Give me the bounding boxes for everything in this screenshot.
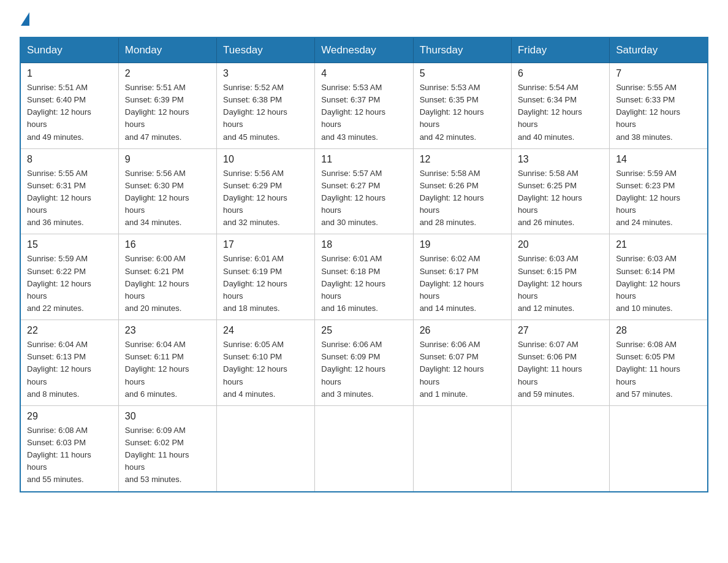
calendar-cell: 13Sunrise: 5:58 AMSunset: 6:25 PMDayligh… xyxy=(511,148,609,234)
calendar-cell: 5Sunrise: 5:53 AMSunset: 6:35 PMDaylight… xyxy=(413,63,511,149)
day-info: Sunrise: 5:58 AMSunset: 6:25 PMDaylight:… xyxy=(518,167,603,229)
day-info: Sunrise: 6:02 AMSunset: 6:17 PMDaylight:… xyxy=(420,253,505,315)
day-info: Sunrise: 5:56 AMSunset: 6:30 PMDaylight:… xyxy=(125,167,210,229)
calendar-week-2: 8Sunrise: 5:55 AMSunset: 6:31 PMDaylight… xyxy=(20,148,708,234)
day-number: 6 xyxy=(518,68,603,79)
weekday-header-thursday: Thursday xyxy=(413,37,511,63)
day-info: Sunrise: 6:08 AMSunset: 6:03 PMDaylight:… xyxy=(27,424,112,486)
calendar-cell: 8Sunrise: 5:55 AMSunset: 6:31 PMDaylight… xyxy=(20,148,118,234)
day-info: Sunrise: 6:01 AMSunset: 6:18 PMDaylight:… xyxy=(321,253,406,315)
day-number: 17 xyxy=(223,239,308,250)
day-info: Sunrise: 5:53 AMSunset: 6:35 PMDaylight:… xyxy=(420,82,505,144)
calendar-week-3: 15Sunrise: 5:59 AMSunset: 6:22 PMDayligh… xyxy=(20,234,708,320)
calendar-cell: 2Sunrise: 5:51 AMSunset: 6:39 PMDaylight… xyxy=(118,63,216,149)
calendar-cell xyxy=(315,405,413,491)
logo xyxy=(20,15,29,25)
day-number: 5 xyxy=(420,68,505,79)
day-info: Sunrise: 6:07 AMSunset: 6:06 PMDaylight:… xyxy=(518,339,603,400)
calendar-cell: 7Sunrise: 5:55 AMSunset: 6:33 PMDaylight… xyxy=(610,63,708,149)
day-info: Sunrise: 6:03 AMSunset: 6:14 PMDaylight:… xyxy=(616,253,701,315)
weekday-header-saturday: Saturday xyxy=(610,37,708,63)
day-number: 23 xyxy=(125,325,210,336)
day-info: Sunrise: 6:06 AMSunset: 6:09 PMDaylight:… xyxy=(321,339,406,400)
calendar-cell: 9Sunrise: 5:56 AMSunset: 6:30 PMDaylight… xyxy=(118,148,216,234)
calendar-cell xyxy=(413,405,511,491)
weekday-header-tuesday: Tuesday xyxy=(217,37,315,63)
day-number: 1 xyxy=(27,68,112,79)
day-number: 18 xyxy=(321,239,406,250)
calendar-cell: 30Sunrise: 6:09 AMSunset: 6:02 PMDayligh… xyxy=(118,405,216,491)
day-number: 10 xyxy=(223,154,308,165)
weekday-header-row: SundayMondayTuesdayWednesdayThursdayFrid… xyxy=(20,37,708,63)
calendar-cell: 18Sunrise: 6:01 AMSunset: 6:18 PMDayligh… xyxy=(315,234,413,320)
calendar-week-1: 1Sunrise: 5:51 AMSunset: 6:40 PMDaylight… xyxy=(20,63,708,149)
calendar-cell: 10Sunrise: 5:56 AMSunset: 6:29 PMDayligh… xyxy=(217,148,315,234)
day-info: Sunrise: 5:51 AMSunset: 6:40 PMDaylight:… xyxy=(27,82,112,144)
day-info: Sunrise: 5:55 AMSunset: 6:31 PMDaylight:… xyxy=(27,167,112,229)
weekday-header-monday: Monday xyxy=(118,37,216,63)
day-info: Sunrise: 6:06 AMSunset: 6:07 PMDaylight:… xyxy=(420,339,505,400)
day-number: 26 xyxy=(420,325,505,336)
day-info: Sunrise: 6:08 AMSunset: 6:05 PMDaylight:… xyxy=(616,339,701,400)
day-number: 27 xyxy=(518,325,603,336)
day-info: Sunrise: 6:00 AMSunset: 6:21 PMDaylight:… xyxy=(125,253,210,315)
calendar-cell: 22Sunrise: 6:04 AMSunset: 6:13 PMDayligh… xyxy=(20,320,118,406)
day-number: 15 xyxy=(27,239,112,250)
day-info: Sunrise: 6:09 AMSunset: 6:02 PMDaylight:… xyxy=(125,424,210,486)
calendar-cell: 25Sunrise: 6:06 AMSunset: 6:09 PMDayligh… xyxy=(315,320,413,406)
day-info: Sunrise: 5:59 AMSunset: 6:22 PMDaylight:… xyxy=(27,253,112,315)
calendar-cell: 20Sunrise: 6:03 AMSunset: 6:15 PMDayligh… xyxy=(511,234,609,320)
calendar-cell: 4Sunrise: 5:53 AMSunset: 6:37 PMDaylight… xyxy=(315,63,413,149)
day-number: 19 xyxy=(420,239,505,250)
page-header xyxy=(20,15,708,25)
day-info: Sunrise: 5:55 AMSunset: 6:33 PMDaylight:… xyxy=(616,82,701,144)
day-info: Sunrise: 5:54 AMSunset: 6:34 PMDaylight:… xyxy=(518,82,603,144)
day-number: 20 xyxy=(518,239,603,250)
day-number: 24 xyxy=(223,325,308,336)
calendar-cell: 21Sunrise: 6:03 AMSunset: 6:14 PMDayligh… xyxy=(610,234,708,320)
calendar-cell: 11Sunrise: 5:57 AMSunset: 6:27 PMDayligh… xyxy=(315,148,413,234)
day-number: 11 xyxy=(321,154,406,165)
calendar-cell: 16Sunrise: 6:00 AMSunset: 6:21 PMDayligh… xyxy=(118,234,216,320)
day-number: 8 xyxy=(27,154,112,165)
calendar-week-5: 29Sunrise: 6:08 AMSunset: 6:03 PMDayligh… xyxy=(20,405,708,491)
day-info: Sunrise: 5:53 AMSunset: 6:37 PMDaylight:… xyxy=(321,82,406,144)
calendar-cell: 24Sunrise: 6:05 AMSunset: 6:10 PMDayligh… xyxy=(217,320,315,406)
calendar-cell: 23Sunrise: 6:04 AMSunset: 6:11 PMDayligh… xyxy=(118,320,216,406)
day-info: Sunrise: 5:57 AMSunset: 6:27 PMDaylight:… xyxy=(321,167,406,229)
day-number: 4 xyxy=(321,68,406,79)
weekday-header-friday: Friday xyxy=(511,37,609,63)
calendar-cell xyxy=(610,405,708,491)
calendar-cell: 12Sunrise: 5:58 AMSunset: 6:26 PMDayligh… xyxy=(413,148,511,234)
day-number: 14 xyxy=(616,154,701,165)
weekday-header-wednesday: Wednesday xyxy=(315,37,413,63)
day-number: 3 xyxy=(223,68,308,79)
day-info: Sunrise: 6:05 AMSunset: 6:10 PMDaylight:… xyxy=(223,339,308,400)
day-info: Sunrise: 5:52 AMSunset: 6:38 PMDaylight:… xyxy=(223,82,308,144)
day-number: 7 xyxy=(616,68,701,79)
day-number: 9 xyxy=(125,154,210,165)
day-number: 30 xyxy=(125,411,210,422)
calendar-cell: 17Sunrise: 6:01 AMSunset: 6:19 PMDayligh… xyxy=(217,234,315,320)
day-info: Sunrise: 6:04 AMSunset: 6:13 PMDaylight:… xyxy=(27,339,112,400)
calendar-week-4: 22Sunrise: 6:04 AMSunset: 6:13 PMDayligh… xyxy=(20,320,708,406)
calendar-cell: 28Sunrise: 6:08 AMSunset: 6:05 PMDayligh… xyxy=(610,320,708,406)
day-number: 12 xyxy=(420,154,505,165)
day-number: 22 xyxy=(27,325,112,336)
day-number: 25 xyxy=(321,325,406,336)
calendar-cell xyxy=(217,405,315,491)
day-info: Sunrise: 5:51 AMSunset: 6:39 PMDaylight:… xyxy=(125,82,210,144)
day-info: Sunrise: 5:58 AMSunset: 6:26 PMDaylight:… xyxy=(420,167,505,229)
day-number: 29 xyxy=(27,411,112,422)
calendar-cell: 14Sunrise: 5:59 AMSunset: 6:23 PMDayligh… xyxy=(610,148,708,234)
day-info: Sunrise: 6:01 AMSunset: 6:19 PMDaylight:… xyxy=(223,253,308,315)
day-number: 16 xyxy=(125,239,210,250)
calendar-cell: 6Sunrise: 5:54 AMSunset: 6:34 PMDaylight… xyxy=(511,63,609,149)
calendar-cell xyxy=(511,405,609,491)
calendar-cell: 15Sunrise: 5:59 AMSunset: 6:22 PMDayligh… xyxy=(20,234,118,320)
day-info: Sunrise: 5:59 AMSunset: 6:23 PMDaylight:… xyxy=(616,167,701,229)
day-number: 2 xyxy=(125,68,210,79)
calendar-cell: 3Sunrise: 5:52 AMSunset: 6:38 PMDaylight… xyxy=(217,63,315,149)
weekday-header-sunday: Sunday xyxy=(20,37,118,63)
day-info: Sunrise: 6:03 AMSunset: 6:15 PMDaylight:… xyxy=(518,253,603,315)
